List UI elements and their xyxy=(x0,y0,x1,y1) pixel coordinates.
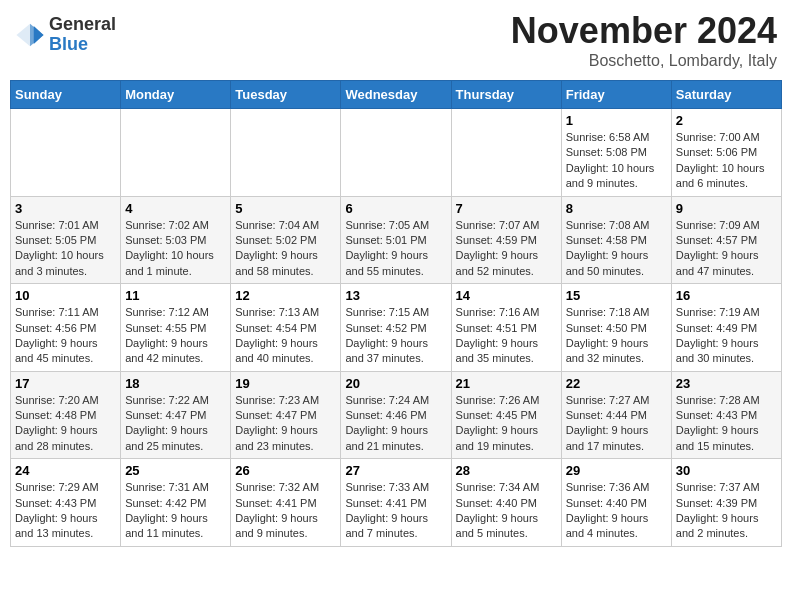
calendar-cell: 8Sunrise: 7:08 AM Sunset: 4:58 PM Daylig… xyxy=(561,196,671,284)
day-number: 25 xyxy=(125,463,226,478)
day-info: Sunrise: 7:32 AM Sunset: 4:41 PM Dayligh… xyxy=(235,480,336,542)
calendar-body: 1Sunrise: 6:58 AM Sunset: 5:08 PM Daylig… xyxy=(11,109,782,547)
day-of-week-header: Thursday xyxy=(451,81,561,109)
calendar-cell: 15Sunrise: 7:18 AM Sunset: 4:50 PM Dayli… xyxy=(561,284,671,372)
day-number: 20 xyxy=(345,376,446,391)
calendar-cell: 21Sunrise: 7:26 AM Sunset: 4:45 PM Dayli… xyxy=(451,371,561,459)
day-info: Sunrise: 7:11 AM Sunset: 4:56 PM Dayligh… xyxy=(15,305,116,367)
day-info: Sunrise: 7:34 AM Sunset: 4:40 PM Dayligh… xyxy=(456,480,557,542)
day-info: Sunrise: 7:27 AM Sunset: 4:44 PM Dayligh… xyxy=(566,393,667,455)
day-info: Sunrise: 7:28 AM Sunset: 4:43 PM Dayligh… xyxy=(676,393,777,455)
day-number: 27 xyxy=(345,463,446,478)
day-number: 6 xyxy=(345,201,446,216)
calendar-cell: 19Sunrise: 7:23 AM Sunset: 4:47 PM Dayli… xyxy=(231,371,341,459)
day-info: Sunrise: 7:15 AM Sunset: 4:52 PM Dayligh… xyxy=(345,305,446,367)
day-of-week-header: Monday xyxy=(121,81,231,109)
day-of-week-header: Tuesday xyxy=(231,81,341,109)
title-area: November 2024 Boschetto, Lombardy, Italy xyxy=(511,10,777,70)
logo-line1: General xyxy=(49,15,116,35)
calendar-cell: 18Sunrise: 7:22 AM Sunset: 4:47 PM Dayli… xyxy=(121,371,231,459)
calendar-week-row: 24Sunrise: 7:29 AM Sunset: 4:43 PM Dayli… xyxy=(11,459,782,547)
day-number: 21 xyxy=(456,376,557,391)
day-number: 4 xyxy=(125,201,226,216)
calendar-cell: 13Sunrise: 7:15 AM Sunset: 4:52 PM Dayli… xyxy=(341,284,451,372)
day-number: 8 xyxy=(566,201,667,216)
day-number: 15 xyxy=(566,288,667,303)
day-of-week-header: Wednesday xyxy=(341,81,451,109)
day-info: Sunrise: 7:12 AM Sunset: 4:55 PM Dayligh… xyxy=(125,305,226,367)
day-info: Sunrise: 7:24 AM Sunset: 4:46 PM Dayligh… xyxy=(345,393,446,455)
day-info: Sunrise: 7:37 AM Sunset: 4:39 PM Dayligh… xyxy=(676,480,777,542)
day-of-week-header: Friday xyxy=(561,81,671,109)
day-info: Sunrise: 7:09 AM Sunset: 4:57 PM Dayligh… xyxy=(676,218,777,280)
logo-text: General Blue xyxy=(49,15,116,55)
day-number: 1 xyxy=(566,113,667,128)
calendar-cell: 16Sunrise: 7:19 AM Sunset: 4:49 PM Dayli… xyxy=(671,284,781,372)
day-info: Sunrise: 7:26 AM Sunset: 4:45 PM Dayligh… xyxy=(456,393,557,455)
calendar-cell xyxy=(341,109,451,197)
day-number: 19 xyxy=(235,376,336,391)
calendar-cell: 25Sunrise: 7:31 AM Sunset: 4:42 PM Dayli… xyxy=(121,459,231,547)
calendar-cell: 20Sunrise: 7:24 AM Sunset: 4:46 PM Dayli… xyxy=(341,371,451,459)
day-info: Sunrise: 7:08 AM Sunset: 4:58 PM Dayligh… xyxy=(566,218,667,280)
calendar-cell: 11Sunrise: 7:12 AM Sunset: 4:55 PM Dayli… xyxy=(121,284,231,372)
calendar-cell: 9Sunrise: 7:09 AM Sunset: 4:57 PM Daylig… xyxy=(671,196,781,284)
calendar-cell: 10Sunrise: 7:11 AM Sunset: 4:56 PM Dayli… xyxy=(11,284,121,372)
calendar-table: SundayMondayTuesdayWednesdayThursdayFrid… xyxy=(10,80,782,547)
day-number: 13 xyxy=(345,288,446,303)
calendar-cell: 24Sunrise: 7:29 AM Sunset: 4:43 PM Dayli… xyxy=(11,459,121,547)
calendar-cell: 2Sunrise: 7:00 AM Sunset: 5:06 PM Daylig… xyxy=(671,109,781,197)
day-number: 7 xyxy=(456,201,557,216)
day-info: Sunrise: 7:18 AM Sunset: 4:50 PM Dayligh… xyxy=(566,305,667,367)
day-info: Sunrise: 7:29 AM Sunset: 4:43 PM Dayligh… xyxy=(15,480,116,542)
calendar-cell: 4Sunrise: 7:02 AM Sunset: 5:03 PM Daylig… xyxy=(121,196,231,284)
calendar-cell: 26Sunrise: 7:32 AM Sunset: 4:41 PM Dayli… xyxy=(231,459,341,547)
day-info: Sunrise: 7:20 AM Sunset: 4:48 PM Dayligh… xyxy=(15,393,116,455)
calendar-cell: 5Sunrise: 7:04 AM Sunset: 5:02 PM Daylig… xyxy=(231,196,341,284)
calendar-cell: 14Sunrise: 7:16 AM Sunset: 4:51 PM Dayli… xyxy=(451,284,561,372)
day-info: Sunrise: 7:33 AM Sunset: 4:41 PM Dayligh… xyxy=(345,480,446,542)
calendar-cell xyxy=(451,109,561,197)
day-info: Sunrise: 6:58 AM Sunset: 5:08 PM Dayligh… xyxy=(566,130,667,192)
day-of-week-header: Sunday xyxy=(11,81,121,109)
calendar-cell: 7Sunrise: 7:07 AM Sunset: 4:59 PM Daylig… xyxy=(451,196,561,284)
calendar-header: SundayMondayTuesdayWednesdayThursdayFrid… xyxy=(11,81,782,109)
calendar-cell xyxy=(121,109,231,197)
calendar-cell: 29Sunrise: 7:36 AM Sunset: 4:40 PM Dayli… xyxy=(561,459,671,547)
day-info: Sunrise: 7:23 AM Sunset: 4:47 PM Dayligh… xyxy=(235,393,336,455)
day-of-week-header: Saturday xyxy=(671,81,781,109)
calendar-week-row: 17Sunrise: 7:20 AM Sunset: 4:48 PM Dayli… xyxy=(11,371,782,459)
calendar-title: November 2024 xyxy=(511,10,777,52)
header: General Blue November 2024 Boschetto, Lo… xyxy=(10,10,782,70)
calendar-cell: 28Sunrise: 7:34 AM Sunset: 4:40 PM Dayli… xyxy=(451,459,561,547)
day-number: 30 xyxy=(676,463,777,478)
day-number: 9 xyxy=(676,201,777,216)
day-number: 2 xyxy=(676,113,777,128)
day-number: 12 xyxy=(235,288,336,303)
day-info: Sunrise: 7:05 AM Sunset: 5:01 PM Dayligh… xyxy=(345,218,446,280)
calendar-cell: 1Sunrise: 6:58 AM Sunset: 5:08 PM Daylig… xyxy=(561,109,671,197)
day-number: 29 xyxy=(566,463,667,478)
day-info: Sunrise: 7:16 AM Sunset: 4:51 PM Dayligh… xyxy=(456,305,557,367)
calendar-cell: 22Sunrise: 7:27 AM Sunset: 4:44 PM Dayli… xyxy=(561,371,671,459)
day-number: 18 xyxy=(125,376,226,391)
calendar-cell: 12Sunrise: 7:13 AM Sunset: 4:54 PM Dayli… xyxy=(231,284,341,372)
day-number: 24 xyxy=(15,463,116,478)
calendar-cell: 17Sunrise: 7:20 AM Sunset: 4:48 PM Dayli… xyxy=(11,371,121,459)
day-number: 23 xyxy=(676,376,777,391)
day-info: Sunrise: 7:19 AM Sunset: 4:49 PM Dayligh… xyxy=(676,305,777,367)
logo-line2: Blue xyxy=(49,35,116,55)
day-number: 22 xyxy=(566,376,667,391)
calendar-week-row: 10Sunrise: 7:11 AM Sunset: 4:56 PM Dayli… xyxy=(11,284,782,372)
calendar-cell: 30Sunrise: 7:37 AM Sunset: 4:39 PM Dayli… xyxy=(671,459,781,547)
calendar-week-row: 3Sunrise: 7:01 AM Sunset: 5:05 PM Daylig… xyxy=(11,196,782,284)
day-info: Sunrise: 7:02 AM Sunset: 5:03 PM Dayligh… xyxy=(125,218,226,280)
day-number: 16 xyxy=(676,288,777,303)
day-info: Sunrise: 7:07 AM Sunset: 4:59 PM Dayligh… xyxy=(456,218,557,280)
logo: General Blue xyxy=(15,15,116,55)
calendar-week-row: 1Sunrise: 6:58 AM Sunset: 5:08 PM Daylig… xyxy=(11,109,782,197)
calendar-cell xyxy=(11,109,121,197)
day-number: 5 xyxy=(235,201,336,216)
calendar-cell: 23Sunrise: 7:28 AM Sunset: 4:43 PM Dayli… xyxy=(671,371,781,459)
day-number: 10 xyxy=(15,288,116,303)
